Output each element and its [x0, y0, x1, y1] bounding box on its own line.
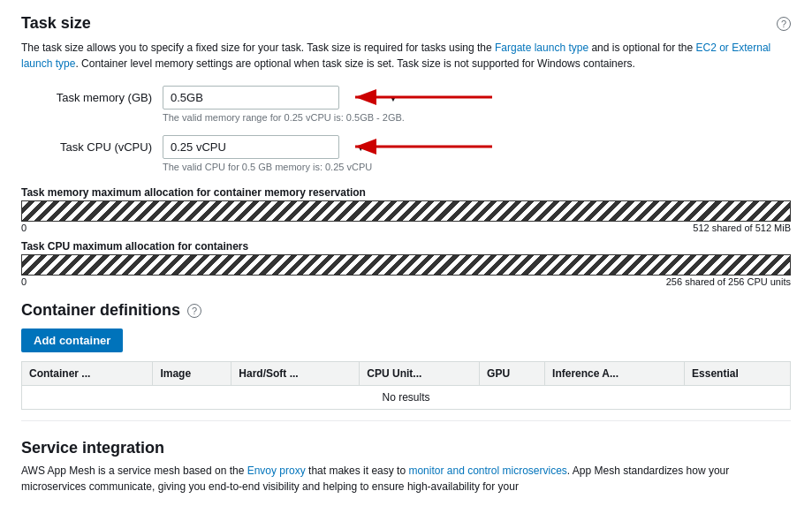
container-defs-title: Container definitions	[21, 301, 180, 320]
envoy-link[interactable]: Envoy proxy	[247, 464, 306, 477]
service-integration-text: AWS App Mesh is a service mesh based on …	[21, 463, 791, 495]
col-container: Container ...	[22, 362, 153, 386]
cpu-progress-right: 256 shared of 256 CPU units	[666, 276, 791, 287]
col-cpuunit: CPU Unit...	[360, 362, 480, 386]
table-row: No results	[22, 386, 791, 410]
cpu-progress-section: Task CPU maximum allocation for containe…	[21, 240, 791, 287]
monitor-link[interactable]: monitor and control microservices	[408, 464, 566, 477]
memory-select[interactable]: 0.5GB 1GB 2GB	[163, 86, 339, 110]
col-inference: Inference A...	[545, 362, 685, 386]
task-size-help-icon[interactable]: ?	[777, 17, 791, 31]
fargate-link[interactable]: Fargate launch type	[495, 42, 588, 54]
cpu-select-arrow: ▼	[356, 142, 365, 152]
memory-select-arrow: ▼	[389, 93, 398, 102]
task-size-title: Task size	[21, 14, 91, 33]
task-size-info: The task size allows you to specify a fi…	[21, 40, 791, 72]
ec2-link[interactable]: EC2 or External launch type	[21, 42, 770, 70]
service-integration-title: Service integration	[21, 439, 164, 457]
col-essential: Essential Essential	[685, 362, 791, 386]
memory-progress-section: Task memory maximum allocation for conta…	[21, 186, 791, 233]
container-defs-table: Container ... Image Hard/Soft ... CPU Un…	[21, 361, 791, 410]
cpu-hint: The valid CPU for 0.5 GB memory is: 0.25…	[163, 162, 372, 172]
add-container-button[interactable]: Add container	[21, 329, 123, 352]
memory-progress-bar	[21, 200, 791, 222]
memory-label: Task memory (GB)	[57, 91, 152, 104]
col-hardsoft: Hard/Soft ...	[231, 362, 360, 386]
memory-progress-left: 0	[21, 223, 27, 233]
cpu-progress-label: Task CPU maximum allocation for containe…	[21, 240, 791, 253]
container-defs-help-icon[interactable]: ?	[187, 304, 201, 318]
container-defs-section: Container definitions ? Add container Co…	[21, 301, 791, 410]
memory-progress-right: 512 shared of 512 MiB	[693, 223, 791, 233]
service-integration-section: Service integration AWS App Mesh is a se…	[21, 439, 791, 495]
cpu-progress-bar	[21, 254, 791, 276]
col-gpu: GPU	[480, 362, 545, 386]
cpu-select[interactable]: 0.25 vCPU 0.5 vCPU 1 vCPU 2 vCPU	[163, 135, 339, 159]
section-divider	[21, 420, 791, 421]
no-results-cell: No results	[22, 386, 791, 410]
cpu-label: Task CPU (vCPU)	[60, 140, 152, 154]
cpu-progress-left: 0	[21, 276, 27, 287]
col-image: Image	[153, 362, 231, 386]
memory-hint: The valid memory range for 0.25 vCPU is:…	[163, 112, 405, 123]
memory-progress-label: Task memory maximum allocation for conta…	[21, 186, 791, 199]
